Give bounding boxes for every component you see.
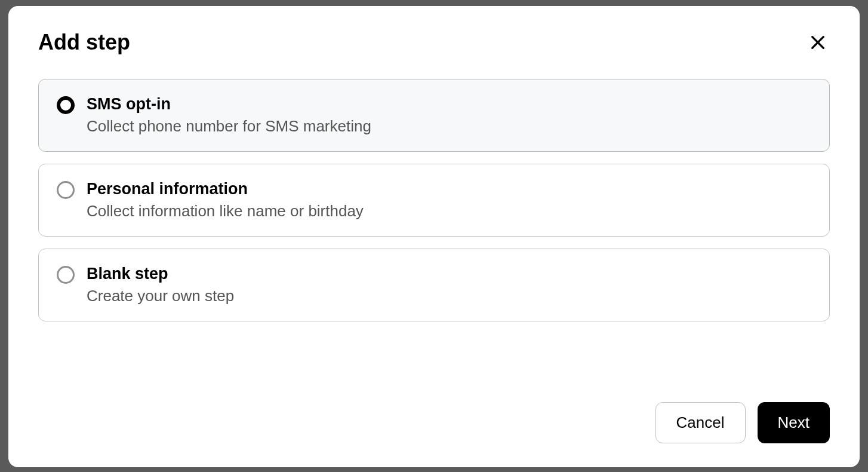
option-title: Blank step (87, 265, 234, 283)
modal-title: Add step (38, 30, 130, 55)
close-icon (808, 33, 827, 52)
option-description: Collect phone number for SMS marketing (87, 117, 371, 136)
radio-unselected-icon (57, 181, 75, 199)
option-text: Personal information Collect information… (87, 180, 364, 220)
next-button[interactable]: Next (758, 402, 830, 443)
option-blank-step[interactable]: Blank step Create your own step (38, 249, 830, 321)
option-text: Blank step Create your own step (87, 265, 234, 305)
close-button[interactable] (806, 30, 830, 54)
option-title: SMS opt-in (87, 95, 371, 114)
radio-selected-icon (57, 96, 75, 114)
option-text: SMS opt-in Collect phone number for SMS … (87, 95, 371, 136)
radio-unselected-icon (57, 266, 75, 284)
cancel-button[interactable]: Cancel (655, 402, 746, 443)
option-sms-opt-in[interactable]: SMS opt-in Collect phone number for SMS … (38, 79, 830, 152)
modal-header: Add step (38, 30, 830, 55)
add-step-modal: Add step SMS opt-in Collect phone number… (8, 6, 860, 467)
modal-footer: Cancel Next (38, 402, 830, 443)
option-description: Create your own step (87, 287, 234, 305)
option-personal-information[interactable]: Personal information Collect information… (38, 164, 830, 237)
step-options: SMS opt-in Collect phone number for SMS … (38, 79, 830, 384)
option-description: Collect information like name or birthda… (87, 202, 364, 220)
option-title: Personal information (87, 180, 364, 198)
